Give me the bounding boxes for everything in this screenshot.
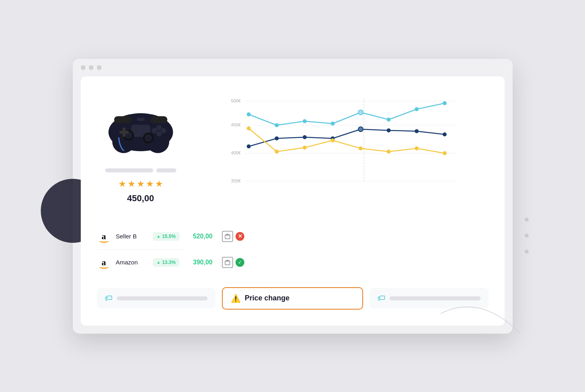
svg-text:450€: 450€ xyxy=(231,122,240,127)
svg-rect-17 xyxy=(225,235,230,239)
svg-point-34 xyxy=(358,110,363,115)
seller-row-amazon: a Amazon ▲ 13.3% 390,00 ✓ xyxy=(97,250,185,275)
svg-point-50 xyxy=(359,146,363,150)
seller-amazon-pct: 13.3% xyxy=(162,260,176,265)
deco-dots-area xyxy=(525,218,529,254)
seller-amazon-price: 390,00 xyxy=(184,259,212,266)
svg-point-48 xyxy=(303,146,307,150)
svg-point-49 xyxy=(331,138,335,142)
left-panel: ★ ★ ★ ★ ★ 450,00 a Seller B ▲ xyxy=(97,92,185,275)
seller-b-price: 520,00 xyxy=(184,233,212,240)
seller-b-pct: 15.5% xyxy=(162,234,176,239)
svg-rect-19 xyxy=(225,261,230,265)
star-1: ★ xyxy=(118,179,126,189)
svg-point-35 xyxy=(387,118,391,122)
svg-point-53 xyxy=(443,151,447,155)
main-layout: ★ ★ ★ ★ ★ 450,00 a Seller B ▲ xyxy=(97,92,489,275)
bottom-bar: 🏷 ⚠️ Price change 🏷 xyxy=(97,287,489,310)
arrow-up-icon: ▲ xyxy=(157,234,161,238)
price-change-card[interactable]: ⚠️ Price change xyxy=(222,287,363,310)
arrow-up-icon-2: ▲ xyxy=(157,260,161,264)
amazon-logo-seller-b: a xyxy=(97,229,111,244)
seller-b-icons: ✕ xyxy=(222,231,244,242)
svg-point-10 xyxy=(156,125,161,130)
svg-point-11 xyxy=(161,128,166,133)
star-5: ★ xyxy=(155,179,163,189)
svg-text:500€: 500€ xyxy=(231,98,240,103)
seller-b-badge: ▲ 15.5% xyxy=(153,232,180,241)
chart-panel: 500€ 450€ 400€ 350€ xyxy=(201,92,489,204)
svg-rect-14 xyxy=(114,116,131,123)
svg-point-44 xyxy=(415,129,419,133)
price-change-label: Price change xyxy=(245,294,290,302)
price-chart: 500€ 450€ 400€ 350€ xyxy=(201,92,489,204)
status-icon-green-amazon: ✓ xyxy=(236,258,244,267)
browser-dot-1 xyxy=(81,65,86,70)
svg-point-51 xyxy=(387,150,391,154)
seller-amazon-badge: ▲ 13.3% xyxy=(153,258,180,267)
svg-point-32 xyxy=(303,119,307,123)
svg-point-46 xyxy=(247,126,251,130)
star-3: ★ xyxy=(137,179,145,189)
svg-point-37 xyxy=(443,101,447,105)
svg-point-43 xyxy=(387,128,391,132)
product-price: 450,00 xyxy=(127,193,154,204)
stars-row: ★ ★ ★ ★ ★ xyxy=(118,179,163,189)
svg-point-12 xyxy=(156,131,161,136)
seller-b-name: Seller B xyxy=(116,233,148,240)
svg-text:350€: 350€ xyxy=(231,178,240,183)
browser-window: ★ ★ ★ ★ ★ 450,00 a Seller B ▲ xyxy=(73,59,513,334)
seller-amazon-icons: ✓ xyxy=(222,257,244,268)
name-bar-short xyxy=(156,168,176,172)
chart-container: 500€ 450€ 400€ 350€ xyxy=(201,92,489,204)
status-icon-red-b: ✕ xyxy=(236,232,244,241)
svg-rect-15 xyxy=(150,116,167,123)
svg-point-52 xyxy=(415,146,419,150)
star-4: ★ xyxy=(146,179,154,189)
svg-point-13 xyxy=(152,128,157,133)
svg-point-47 xyxy=(275,150,279,154)
warning-icon: ⚠️ xyxy=(231,294,241,303)
browser-dot-2 xyxy=(89,65,94,70)
controller-svg xyxy=(103,100,179,156)
seller-amazon-name: Amazon xyxy=(116,259,148,266)
svg-point-31 xyxy=(275,123,279,127)
sellers-section: a Seller B ▲ 15.5% 520,00 ✕ xyxy=(97,224,185,275)
seller-row-b: a Seller B ▲ 15.5% 520,00 ✕ xyxy=(97,224,185,250)
svg-point-33 xyxy=(331,122,335,126)
svg-point-7 xyxy=(144,134,152,142)
tag-icon-left: 🏷 xyxy=(105,294,113,303)
browser-dot-3 xyxy=(97,65,102,70)
box-icon-amazon xyxy=(222,257,233,268)
svg-rect-9 xyxy=(119,130,128,134)
deco-dot-1 xyxy=(525,218,529,222)
notif-placeholder-left xyxy=(117,296,208,300)
svg-point-30 xyxy=(247,112,251,116)
deco-dot-3 xyxy=(525,250,529,254)
deco-curve xyxy=(441,254,521,334)
box-icon-b xyxy=(222,231,233,242)
tag-icon-right: 🏷 xyxy=(377,294,385,303)
browser-titlebar xyxy=(73,59,513,76)
svg-text:400€: 400€ xyxy=(231,150,240,155)
deco-dot-2 xyxy=(525,234,529,238)
svg-point-38 xyxy=(247,144,251,148)
svg-point-40 xyxy=(303,135,307,139)
notif-card-left[interactable]: 🏷 xyxy=(97,288,216,308)
svg-point-42 xyxy=(358,127,363,132)
svg-point-45 xyxy=(443,132,447,136)
svg-point-39 xyxy=(275,136,279,140)
svg-point-36 xyxy=(415,107,419,111)
svg-rect-16 xyxy=(137,118,144,121)
amazon-logo-amazon: a xyxy=(97,255,111,270)
product-name-placeholder xyxy=(105,168,176,172)
product-image xyxy=(101,96,181,160)
star-2: ★ xyxy=(128,179,136,189)
name-bar-long xyxy=(105,168,153,172)
